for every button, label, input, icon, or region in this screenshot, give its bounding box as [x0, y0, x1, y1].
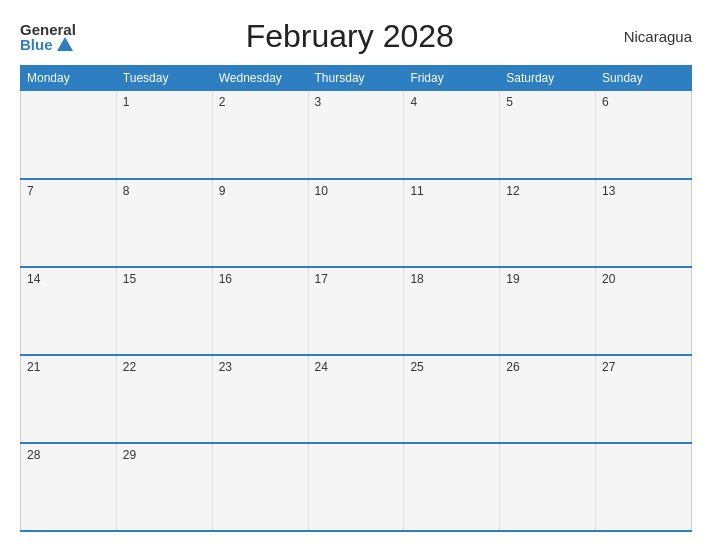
calendar-day-cell: 11 — [404, 179, 500, 267]
calendar-day-cell: 22 — [116, 355, 212, 443]
calendar-week-row: 78910111213 — [21, 179, 692, 267]
day-number: 28 — [27, 448, 40, 462]
weekday-header-wednesday: Wednesday — [212, 66, 308, 91]
calendar-day-cell: 19 — [500, 267, 596, 355]
day-number: 20 — [602, 272, 615, 286]
calendar-day-cell: 27 — [596, 355, 692, 443]
logo-triangle-icon — [57, 37, 73, 51]
day-number: 16 — [219, 272, 232, 286]
weekday-header-friday: Friday — [404, 66, 500, 91]
day-number: 3 — [315, 95, 322, 109]
calendar-day-cell: 15 — [116, 267, 212, 355]
calendar-title: February 2028 — [246, 18, 454, 55]
weekday-header-sunday: Sunday — [596, 66, 692, 91]
calendar-day-cell: 29 — [116, 443, 212, 531]
day-number: 23 — [219, 360, 232, 374]
calendar-header: General Blue February 2028 Nicaragua — [20, 18, 692, 55]
calendar-day-cell: 6 — [596, 91, 692, 179]
day-number: 13 — [602, 184, 615, 198]
day-number: 19 — [506, 272, 519, 286]
calendar-week-row: 2829 — [21, 443, 692, 531]
calendar-table: MondayTuesdayWednesdayThursdayFridaySatu… — [20, 65, 692, 532]
day-number: 27 — [602, 360, 615, 374]
calendar-day-cell: 3 — [308, 91, 404, 179]
calendar-day-cell: 10 — [308, 179, 404, 267]
calendar-day-cell — [596, 443, 692, 531]
day-number: 21 — [27, 360, 40, 374]
calendar-day-cell: 12 — [500, 179, 596, 267]
day-number: 29 — [123, 448, 136, 462]
calendar-day-cell: 24 — [308, 355, 404, 443]
calendar-day-cell: 1 — [116, 91, 212, 179]
day-number: 15 — [123, 272, 136, 286]
day-number: 5 — [506, 95, 513, 109]
calendar-day-cell: 14 — [21, 267, 117, 355]
day-number: 18 — [410, 272, 423, 286]
calendar-day-cell: 5 — [500, 91, 596, 179]
day-number: 25 — [410, 360, 423, 374]
weekday-header-thursday: Thursday — [308, 66, 404, 91]
calendar-day-cell: 13 — [596, 179, 692, 267]
calendar-day-cell: 8 — [116, 179, 212, 267]
day-number: 2 — [219, 95, 226, 109]
logo-blue-text: Blue — [20, 37, 73, 52]
day-number: 7 — [27, 184, 34, 198]
calendar-day-cell: 20 — [596, 267, 692, 355]
logo: General Blue — [20, 22, 76, 52]
calendar-day-cell: 23 — [212, 355, 308, 443]
calendar-day-cell — [308, 443, 404, 531]
calendar-day-cell — [404, 443, 500, 531]
calendar-day-cell: 21 — [21, 355, 117, 443]
calendar-day-cell: 25 — [404, 355, 500, 443]
weekday-header-row: MondayTuesdayWednesdayThursdayFridaySatu… — [21, 66, 692, 91]
day-number: 10 — [315, 184, 328, 198]
day-number: 14 — [27, 272, 40, 286]
day-number: 9 — [219, 184, 226, 198]
day-number: 11 — [410, 184, 423, 198]
day-number: 4 — [410, 95, 417, 109]
calendar-day-cell: 4 — [404, 91, 500, 179]
calendar-day-cell — [500, 443, 596, 531]
day-number: 8 — [123, 184, 130, 198]
weekday-header-tuesday: Tuesday — [116, 66, 212, 91]
calendar-week-row: 21222324252627 — [21, 355, 692, 443]
logo-general-text: General — [20, 22, 76, 37]
weekday-header-saturday: Saturday — [500, 66, 596, 91]
calendar-day-cell: 18 — [404, 267, 500, 355]
calendar-week-row: 123456 — [21, 91, 692, 179]
calendar-day-cell — [21, 91, 117, 179]
country-label: Nicaragua — [624, 28, 692, 45]
calendar-week-row: 14151617181920 — [21, 267, 692, 355]
calendar-day-cell: 28 — [21, 443, 117, 531]
day-number: 24 — [315, 360, 328, 374]
day-number: 1 — [123, 95, 130, 109]
calendar-day-cell: 9 — [212, 179, 308, 267]
calendar-day-cell: 2 — [212, 91, 308, 179]
calendar-day-cell — [212, 443, 308, 531]
calendar-day-cell: 7 — [21, 179, 117, 267]
day-number: 22 — [123, 360, 136, 374]
day-number: 17 — [315, 272, 328, 286]
day-number: 12 — [506, 184, 519, 198]
calendar-day-cell: 16 — [212, 267, 308, 355]
day-number: 26 — [506, 360, 519, 374]
day-number: 6 — [602, 95, 609, 109]
calendar-day-cell: 17 — [308, 267, 404, 355]
weekday-header-monday: Monday — [21, 66, 117, 91]
calendar-day-cell: 26 — [500, 355, 596, 443]
